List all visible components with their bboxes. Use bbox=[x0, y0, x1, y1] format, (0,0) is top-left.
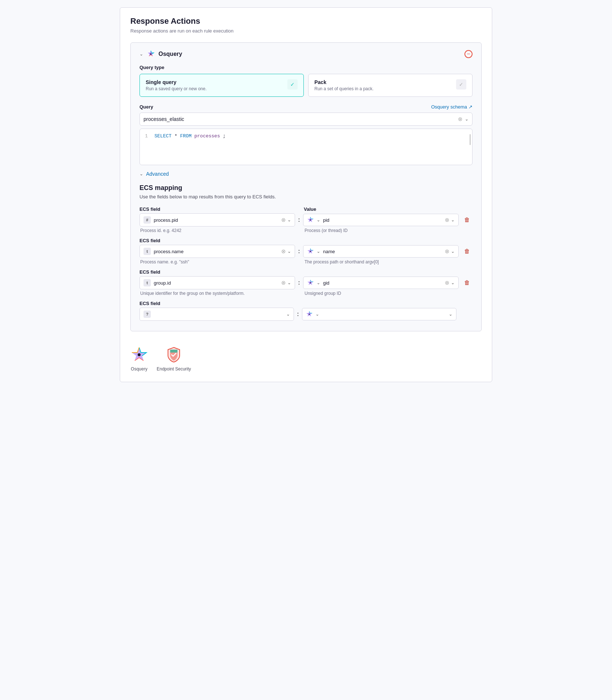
ecs-mapping-section: ECS mapping Use the fields below to map … bbox=[139, 184, 473, 321]
advanced-chevron-icon: ⌄ bbox=[139, 171, 143, 176]
ecs-value-2: name bbox=[323, 249, 442, 254]
ecs-field-input-1[interactable]: # process.pid ⊗ ⌄ bbox=[139, 213, 295, 227]
ecs-field-dropdown-2[interactable]: ⌄ bbox=[287, 249, 291, 254]
svg-point-4 bbox=[309, 314, 310, 315]
bottom-osquery-item[interactable]: Osquery bbox=[130, 346, 148, 372]
ecs-field-dropdown-1[interactable]: ⌄ bbox=[287, 217, 291, 222]
ecs-value-input-4[interactable]: ⌄ ⌄ bbox=[302, 308, 456, 320]
page-header: Response Actions Response actions are ru… bbox=[130, 16, 482, 34]
code-content: SELECT * FROM processes ; bbox=[154, 133, 226, 139]
query-input-value: processes_elastic bbox=[144, 116, 458, 122]
ecs-mapping-title: ECS mapping bbox=[139, 184, 473, 192]
sep-colon-2: : bbox=[298, 248, 300, 255]
query-input-row: processes_elastic ⊗ ⌄ bbox=[139, 113, 473, 126]
remove-osquery-button[interactable]: − bbox=[464, 50, 473, 58]
bottom-osquery-label: Osquery bbox=[131, 366, 147, 372]
ecs-value-dropdown-3[interactable]: ⌄ bbox=[451, 280, 455, 285]
osquery-type-dropdown-1[interactable]: ⌄ bbox=[317, 217, 320, 222]
ecs-field-value-1: process.pid bbox=[154, 217, 278, 223]
query-type-pack[interactable]: Pack Run a set of queries in a pack. ✓ bbox=[308, 74, 473, 97]
single-query-check: ✓ bbox=[287, 79, 298, 90]
clear-ecs-value-1[interactable]: ⊗ bbox=[445, 217, 450, 223]
ecs-mapping-desc: Use the fields below to map results from… bbox=[139, 194, 473, 199]
section-header-left: ⌄ Osquery bbox=[139, 50, 182, 58]
ecs-field-input-2[interactable]: t process.name ⊗ ⌄ bbox=[139, 245, 295, 258]
bottom-endpoint-item[interactable]: Endpoint Security bbox=[157, 346, 191, 372]
single-query-title: Single query bbox=[146, 79, 207, 85]
osquery-type-dropdown-3[interactable]: ⌄ bbox=[317, 280, 320, 285]
ecs-value-dropdown-1[interactable]: ⌄ bbox=[451, 217, 455, 222]
ecs-value-hint-1: Process (or thread) ID bbox=[304, 228, 456, 233]
bottom-endpoint-label: Endpoint Security bbox=[157, 366, 191, 372]
svg-point-1 bbox=[310, 220, 311, 221]
ecs-row-4: ? ⌄ : ⌄ bbox=[139, 308, 473, 321]
osquery-mini-icon-2 bbox=[307, 248, 314, 255]
advanced-row[interactable]: ⌄ Advanced bbox=[139, 171, 473, 177]
ecs-row-3: t group.id ⊗ ⌄ : ⌄ bbox=[139, 276, 473, 299]
query-dropdown-icon[interactable]: ⌄ bbox=[465, 117, 468, 122]
line-number: 1 bbox=[145, 133, 149, 139]
ecs-columns-header: ECS field Value bbox=[139, 206, 473, 212]
scrollbar[interactable] bbox=[470, 134, 471, 145]
ecs-field-value-2: process.name bbox=[154, 249, 278, 254]
ecs-field-dropdown-3[interactable]: ⌄ bbox=[287, 280, 291, 285]
delete-row-2-button[interactable]: 🗑 bbox=[462, 246, 473, 257]
clear-ecs-field-3[interactable]: ⊗ bbox=[281, 279, 286, 286]
sep-colon-1: : bbox=[298, 217, 300, 223]
ecs-field-input-4[interactable]: ? ⌄ bbox=[139, 308, 294, 321]
ecs-value-dropdown-2[interactable]: ⌄ bbox=[451, 249, 455, 254]
query-type-label: Query type bbox=[139, 65, 473, 70]
ecs-value-hint-2: The process path or shorthand argv[0] bbox=[304, 259, 456, 265]
advanced-label: Advanced bbox=[146, 171, 169, 177]
clear-ecs-value-3[interactable]: ⊗ bbox=[445, 279, 450, 286]
svg-point-0 bbox=[150, 53, 152, 55]
pack-desc: Run a set of queries in a pack. bbox=[314, 86, 374, 91]
bottom-osquery-icon bbox=[130, 346, 148, 364]
osquery-section-title: Osquery bbox=[158, 51, 182, 57]
section-header: ⌄ Osquery − bbox=[139, 50, 473, 58]
osquery-type-dropdown-2[interactable]: ⌄ bbox=[317, 249, 320, 254]
ecs-type-badge-4: ? bbox=[144, 311, 151, 318]
ecs-field-hint-3: Unique identifier for the group on the s… bbox=[139, 291, 292, 296]
ecs-field-hint-2: Process name. e.g. "ssh" bbox=[139, 259, 292, 265]
ecs-value-input-3[interactable]: ⌄ gid ⊗ ⌄ bbox=[303, 277, 459, 289]
ecs-field-col-label: ECS field bbox=[139, 206, 160, 212]
ecs-row-1: # process.pid ⊗ ⌄ : bbox=[139, 213, 473, 236]
collapse-chevron-icon[interactable]: ⌄ bbox=[139, 52, 143, 57]
clear-ecs-field-2[interactable]: ⊗ bbox=[281, 248, 286, 255]
ecs-value-hint-3: Unsigned group ID bbox=[304, 291, 456, 296]
osquery-mini-icon-1 bbox=[307, 217, 314, 223]
ecs-field-input-3[interactable]: t group.id ⊗ ⌄ bbox=[139, 276, 295, 289]
ecs-value-input-2[interactable]: ⌄ name ⊗ ⌄ bbox=[303, 245, 459, 258]
svg-point-5 bbox=[138, 353, 141, 356]
clear-query-icon[interactable]: ⊗ bbox=[458, 116, 463, 122]
external-link-icon: ↗ bbox=[468, 104, 473, 110]
sep-colon-3: : bbox=[298, 279, 300, 286]
ecs-value-input-1[interactable]: ⌄ pid ⊗ ⌄ bbox=[303, 214, 459, 226]
clear-ecs-field-1[interactable]: ⊗ bbox=[281, 217, 286, 223]
sep-colon-4: : bbox=[297, 311, 299, 317]
osquery-type-dropdown-4[interactable]: ⌄ bbox=[315, 312, 319, 317]
clear-ecs-value-2[interactable]: ⊗ bbox=[445, 248, 450, 255]
ecs-value-dropdown-4[interactable]: ⌄ bbox=[449, 312, 452, 317]
osquery-mini-icon-4 bbox=[306, 311, 313, 317]
osquery-schema-link[interactable]: Osquery schema ↗ bbox=[431, 104, 473, 110]
main-container: Response Actions Response actions are ru… bbox=[120, 7, 492, 382]
delete-row-3-button[interactable]: 🗑 bbox=[462, 277, 473, 288]
bottom-endpoint-icon bbox=[165, 346, 183, 364]
svg-point-3 bbox=[310, 282, 311, 284]
bottom-bar: Osquery Endpoint Security bbox=[130, 339, 482, 372]
ecs-field-dropdown-4[interactable]: ⌄ bbox=[286, 312, 290, 317]
query-type-single[interactable]: Single query Run a saved query or new on… bbox=[139, 74, 304, 97]
ecs-field-label-4: ECS field bbox=[139, 301, 160, 306]
pack-title: Pack bbox=[314, 79, 374, 85]
osquery-section-card: ⌄ Osquery − Query type Single query Run … bbox=[130, 42, 482, 331]
osquery-icon bbox=[147, 50, 155, 58]
ecs-type-badge-3: t bbox=[144, 279, 151, 286]
pack-check: ✓ bbox=[456, 79, 466, 90]
value-col-label: Value bbox=[304, 206, 316, 212]
query-label: Query bbox=[139, 104, 153, 110]
query-row-header: Query Osquery schema ↗ bbox=[139, 104, 473, 110]
delete-row-1-button[interactable]: 🗑 bbox=[462, 214, 473, 225]
code-editor[interactable]: 1 SELECT * FROM processes ; bbox=[139, 129, 473, 165]
